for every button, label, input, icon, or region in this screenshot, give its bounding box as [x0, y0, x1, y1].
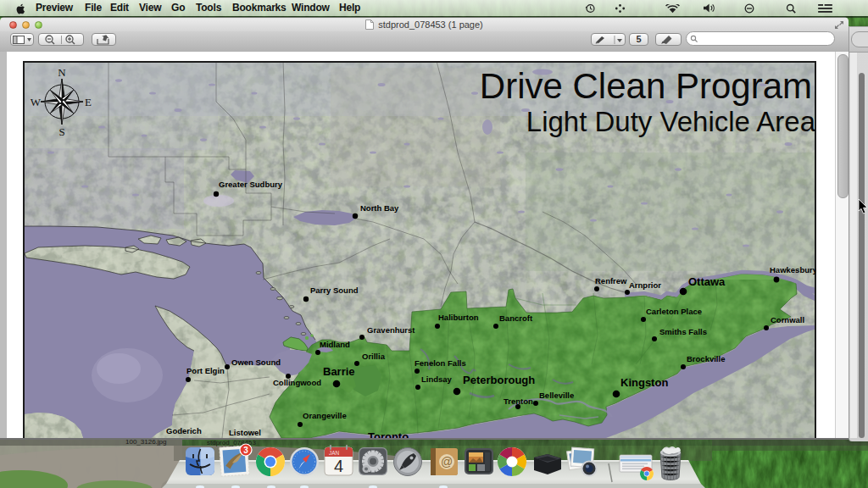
svg-text:Drive Clean Program: Drive Clean Program	[480, 66, 812, 106]
svg-text:4: 4	[334, 457, 343, 475]
svg-text:Orangeville: Orangeville	[303, 411, 347, 420]
svg-text:Ottawa: Ottawa	[688, 275, 726, 288]
svg-text:Toronto: Toronto	[368, 430, 409, 438]
svg-text:Parry Sound: Parry Sound	[310, 286, 359, 295]
svg-text:Trenton: Trenton	[504, 396, 533, 406]
svg-text:W: W	[31, 96, 42, 108]
svg-text:Goderich: Goderich	[166, 426, 202, 435]
svg-text:Barrie: Barrie	[323, 365, 355, 378]
svg-text:Fenelon Falls: Fenelon Falls	[415, 358, 466, 368]
svg-text:Peterborough: Peterborough	[463, 374, 535, 386]
svg-text:Bancroft: Bancroft	[499, 313, 533, 323]
svg-text:Brockville: Brockville	[687, 354, 725, 363]
svg-text:Port Elgin: Port Elgin	[186, 366, 225, 375]
svg-text:Hawkesbury: Hawkesbury	[770, 265, 816, 274]
svg-text:S: S	[58, 125, 64, 138]
svg-text:@: @	[441, 455, 453, 469]
svg-text:North Bay: North Bay	[360, 203, 399, 213]
svg-text:Arnprior: Arnprior	[629, 280, 661, 290]
svg-text:Kingston: Kingston	[620, 376, 668, 389]
svg-text:Cornwall: Cornwall	[771, 315, 804, 324]
svg-text:Haliburton: Haliburton	[438, 313, 479, 322]
svg-text:Listowel: Listowel	[229, 428, 261, 437]
svg-text:Orillia: Orillia	[362, 352, 386, 361]
svg-text:JAN: JAN	[329, 450, 340, 456]
svg-text:Belleville: Belleville	[539, 391, 574, 400]
svg-text:Lindsay: Lindsay	[421, 374, 453, 384]
svg-text:Smiths Falls: Smiths Falls	[659, 327, 707, 336]
svg-text:Midland: Midland	[320, 340, 350, 349]
svg-text:Collingwood: Collingwood	[273, 378, 321, 387]
svg-text:Carleton Place: Carleton Place	[646, 307, 702, 316]
svg-text:Greater Sudbury: Greater Sudbury	[219, 180, 283, 189]
svg-text:Renfrew: Renfrew	[595, 276, 627, 286]
svg-text:Owen Sound: Owen Sound	[231, 358, 281, 367]
svg-text:Light Duty Vehicle Area: Light Duty Vehicle Area	[526, 106, 816, 137]
svg-text:E: E	[85, 96, 92, 108]
svg-text:N: N	[58, 66, 66, 79]
svg-text:3: 3	[243, 446, 248, 455]
svg-text:Gravenhurst: Gravenhurst	[367, 325, 415, 335]
